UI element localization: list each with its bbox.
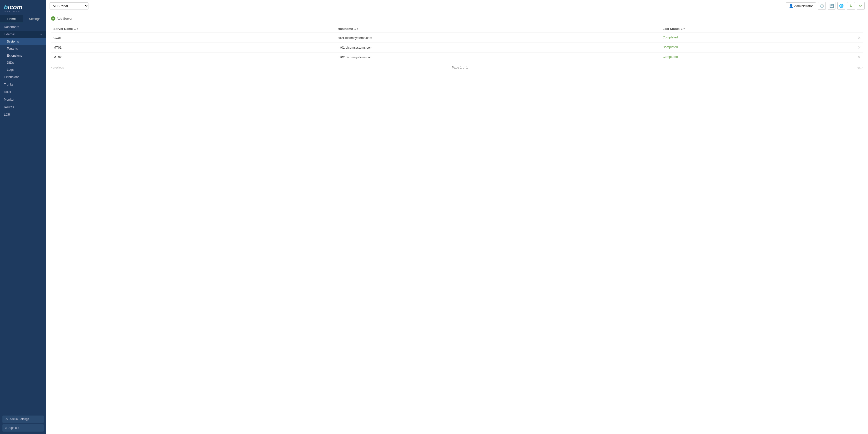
sidebar-item-dids-sub[interactable]: DIDs [0,59,46,66]
chevron-right-icon-2: › [41,98,42,101]
next-button[interactable]: next › [856,66,863,69]
sidebar: bicom SYSTEMS Home Settings Dashboard Ex… [0,0,46,434]
history-button[interactable]: 🕐 [818,2,826,10]
tab-settings[interactable]: Settings [23,15,46,23]
sidebar-item-extensions-sub[interactable]: Extensions [0,52,46,59]
sidebar-item-dashboard[interactable]: Dashboard [0,23,46,31]
table-body: CC01 cc01.bicomsystems.com Completed ✕ M… [51,33,863,62]
add-server-label: Add Server [57,17,72,21]
th-last-status[interactable]: Last Status ▲▼ [660,25,863,33]
sidebar-item-tenants[interactable]: Tenants [0,45,46,52]
cell-hostname-2: mt01.bicomsystems.com [335,43,660,53]
signout-icon: ⎋ [5,426,7,430]
sidebar-nav: Dashboard External ▼ Systems Tenants Ext… [0,23,46,413]
sign-out-button[interactable]: ⎋ Sign out [2,424,44,432]
logo: bicom [4,3,23,11]
sort-icon-last-status: ▲▼ [681,27,685,30]
main-content: VPSPortal 👤 Administrator 🕐 🔄 🌐 ↻ ⟳ + Ad… [46,0,868,434]
sidebar-item-trunks[interactable]: Trunks › [0,81,46,88]
user-icon: 👤 [789,4,793,8]
header-bar: VPSPortal 👤 Administrator 🕐 🔄 🌐 ↻ ⟳ [46,0,868,12]
logo-subtitle: SYSTEMS [4,10,21,13]
sidebar-item-monitor[interactable]: Monitor › [0,96,46,103]
cell-server-name-3: MT02 [51,53,335,62]
globe-icon: 🌐 [839,4,844,8]
sidebar-item-dids[interactable]: DIDs [0,88,46,96]
table-row: MT02 mt02.bicomsystems.com Completed ✕ [51,53,863,62]
cell-hostname-3: mt02.bicomsystems.com [335,53,660,62]
delete-row-3-button[interactable]: ✕ [858,55,861,60]
plus-circle-icon: + [51,16,55,21]
tab-home[interactable]: Home [0,15,23,23]
add-server-button[interactable]: + Add Server [51,16,72,21]
sidebar-tabs: Home Settings [0,15,46,23]
sync-globe-button[interactable]: 🔄 [828,2,835,10]
gear-icon: ⚙ [5,417,8,421]
th-server-name[interactable]: Server Name ▲▼ [51,25,335,33]
globe-button[interactable]: 🌐 [837,2,845,10]
cell-server-name-1: CC01 [51,33,335,43]
cell-hostname-1: cc01.bicomsystems.com [335,33,660,43]
logo-area: bicom SYSTEMS [0,0,46,15]
previous-button[interactable]: ‹ previous [51,66,64,69]
table-header: Server Name ▲▼ Hostname ▲▼ Last Status [51,25,863,33]
admin-user: 👤 Administrator [786,2,816,9]
cell-status-1: Completed ✕ [660,33,863,43]
admin-label: Administrator [794,4,813,8]
clock-icon: 🕐 [820,4,824,8]
sidebar-bottom: ⚙ Admin Settings ⎋ Sign out [0,413,46,434]
refresh-fast-button[interactable]: ⟳ [857,2,865,10]
status-badge-1: Completed [662,35,678,39]
sidebar-item-logs[interactable]: Logs [0,66,46,73]
sidebar-item-routes[interactable]: Routes [0,103,46,111]
sidebar-item-external[interactable]: External ▼ [0,31,46,38]
sort-icon-server-name: ▲▼ [74,27,79,30]
refresh-fast-icon: ⟳ [859,4,862,8]
cell-status-2: Completed ✕ [660,43,863,53]
refresh-button[interactable]: ↻ [847,2,855,10]
content-area: + Add Server Server Name ▲▼ Hostname [46,12,868,434]
delete-row-2-button[interactable]: ✕ [858,45,861,50]
chevron-down-icon: ▼ [40,33,42,36]
status-badge-3: Completed [662,55,678,59]
sidebar-item-extensions[interactable]: Extensions [0,73,46,81]
delete-row-1-button[interactable]: ✕ [858,35,861,40]
chevron-right-icon: › [41,83,42,86]
sidebar-item-lcr[interactable]: LCR [0,111,46,118]
globe-sync-icon: 🔄 [829,4,834,8]
servers-table: Server Name ▲▼ Hostname ▲▼ Last Status [51,25,863,62]
table-row: CC01 cc01.bicomsystems.com Completed ✕ [51,33,863,43]
portal-select[interactable]: VPSPortal [50,2,89,9]
refresh-icon: ↻ [849,4,853,8]
admin-settings-button[interactable]: ⚙ Admin Settings [2,415,44,423]
table-row: MT01 mt01.bicomsystems.com Completed ✕ [51,43,863,53]
sort-icon-hostname: ▲▼ [354,27,359,30]
cell-status-3: Completed ✕ [660,53,863,62]
th-hostname[interactable]: Hostname ▲▼ [335,25,660,33]
page-info: Page 1 of 1 [452,66,468,69]
sidebar-item-systems[interactable]: Systems [0,38,46,45]
status-badge-2: Completed [662,45,678,49]
pagination: ‹ previous Page 1 of 1 next › [51,66,863,69]
cell-server-name-2: MT01 [51,43,335,53]
